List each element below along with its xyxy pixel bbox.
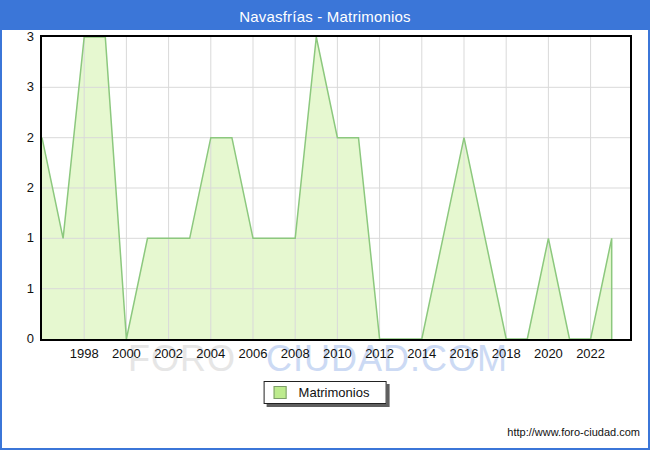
y-tick-label: 3: [6, 79, 34, 95]
x-tick-label: 1998: [62, 346, 106, 362]
x-tick-label: 2000: [104, 346, 148, 362]
plot-area: [40, 35, 632, 341]
footer-url: http://www.foro-ciudad.com: [507, 426, 640, 438]
x-tick-label: 2002: [147, 346, 191, 362]
x-tick-label: 2018: [484, 346, 528, 362]
x-tick-label: 2016: [442, 346, 486, 362]
legend-label: Matrimonios: [299, 385, 370, 400]
x-tick-label: 2020: [526, 346, 570, 362]
y-tick-label: 1: [6, 281, 34, 297]
y-tick-label: 2: [6, 130, 34, 146]
chart-title: Navasfrías - Matrimonios: [239, 8, 411, 25]
x-tick-label: 2014: [400, 346, 444, 362]
chart-window: Navasfrías - Matrimonios FOROCIUDAD.COM …: [0, 0, 650, 450]
y-tick-label: 0: [6, 331, 34, 347]
y-tick-label: 1: [6, 230, 34, 246]
y-tick-label: 3: [6, 29, 34, 45]
legend: Matrimonios: [264, 381, 387, 404]
x-tick-label: 2004: [189, 346, 233, 362]
x-tick-label: 2006: [231, 346, 275, 362]
area-chart: [42, 37, 630, 339]
legend-swatch-icon: [274, 386, 287, 399]
title-bar: Navasfrías - Matrimonios: [2, 2, 648, 30]
y-tick-label: 2: [6, 180, 34, 196]
x-tick-label: 2010: [315, 346, 359, 362]
x-tick-label: 2012: [358, 346, 402, 362]
x-tick-label: 2022: [569, 346, 613, 362]
x-tick-label: 2008: [273, 346, 317, 362]
